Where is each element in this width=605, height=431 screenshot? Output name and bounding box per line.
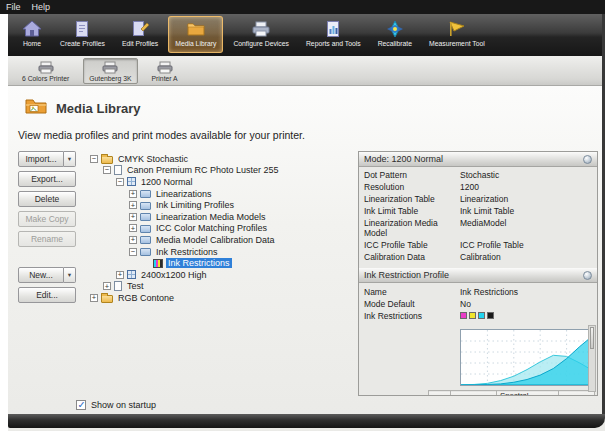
info-icon[interactable] [583, 155, 592, 164]
expand-expander-icon[interactable] [90, 294, 98, 302]
menu-file[interactable]: File [6, 2, 21, 12]
collapse-expander-icon[interactable] [129, 248, 137, 256]
toolbar-item-create-profiles[interactable]: Create Profiles [53, 16, 112, 53]
toolbar-item-edit-profiles[interactable]: Edit Profiles [115, 16, 165, 53]
tree-item-label: Ink Restrictions [154, 247, 220, 257]
configure-devices-icon [250, 19, 272, 39]
collapse-expander-icon[interactable] [90, 155, 98, 163]
button-group-spacer [18, 251, 76, 263]
main-toolbar: Home Create Profiles Edit Profiles Media… [8, 14, 605, 56]
rename-button[interactable]: Rename [18, 231, 76, 247]
expand-expander-icon[interactable] [129, 213, 137, 221]
ink-restriction-section: Name Ink Restrictions Mode Default No In… [359, 283, 597, 395]
ink-restriction-section-header: Ink Restriction Profile [359, 268, 597, 283]
toolbar-item-home[interactable]: Home [14, 16, 50, 53]
home-icon [21, 19, 43, 39]
collapse-expander-icon[interactable] [103, 166, 111, 174]
show-on-startup-checkbox[interactable] [76, 400, 86, 410]
group-icon [140, 213, 151, 221]
printer-tab-printer-a[interactable]: Printer A [146, 58, 184, 84]
tree-item-test[interactable]: Test [90, 281, 354, 293]
tree-item-canon-premium[interactable]: Canon Premium RC Photo Luster 255 [90, 165, 354, 177]
delete-button[interactable]: Delete [18, 191, 76, 207]
property-value: Linearization [460, 195, 592, 205]
menu-help[interactable]: Help [32, 2, 51, 12]
tree-item-2400x1200-high[interactable]: 2400x1200 High [90, 269, 354, 281]
toolbar-item-measurement-tool[interactable]: Measurement Tool [422, 16, 492, 53]
new-dropdown-arrow-icon[interactable]: ▼ [64, 267, 76, 283]
media-profile-icon [114, 281, 122, 291]
property-row: Linearization Media Model MediaModel [359, 218, 597, 240]
media-library-title-icon [24, 96, 48, 120]
ink-swatch [460, 312, 467, 319]
export-button[interactable]: Export... [18, 171, 76, 187]
tree-item-ink-restrictions-selected[interactable]: Ink Restrictions [90, 257, 354, 269]
edit-button[interactable]: Edit... [18, 287, 76, 303]
vertical-scrollbar[interactable] [588, 325, 596, 392]
info-icon[interactable] [583, 271, 592, 280]
toolbar-item-label: Home [23, 40, 41, 47]
details-panel: Mode: 1200 Normal Dot Pattern Stochastic… [358, 151, 598, 396]
toolbar-item-media-library[interactable]: Media Library [168, 16, 223, 53]
mode-section-header: Mode: 1200 Normal [359, 152, 597, 167]
printer-tab-6-colors[interactable]: 6 Colors Printer [16, 58, 75, 84]
media-library-page: Media Library View media profiles and pr… [8, 86, 605, 431]
startup-option-row: Show on startup [8, 396, 605, 414]
app-window: File Help Home Create Profiles Edit P [0, 0, 605, 431]
ink-swatch [478, 312, 485, 319]
window-bottom-frame [8, 414, 605, 428]
window-body: Home Create Profiles Edit Profiles Media… [8, 14, 605, 431]
expand-expander-icon[interactable] [129, 201, 137, 209]
tree-item-label: Test [125, 281, 146, 291]
property-row: Ink Limit Table Ink Limit Table [359, 206, 597, 218]
toolbar-item-label: Recalibrate [378, 40, 412, 47]
toolbar-item-label: Reports and Tools [306, 40, 361, 47]
tree-item-cmyk-stochastic[interactable]: CMYK Stochastic [90, 153, 354, 165]
show-on-startup-label: Show on startup [91, 400, 156, 410]
ink-swatch-row: Ink Restrictions [359, 310, 597, 322]
toolbar-item-label: Configure Devices [233, 40, 289, 47]
property-row: Dot Pattern Stochastic [359, 170, 597, 182]
scrollbar-thumb[interactable] [590, 327, 594, 349]
expand-expander-icon[interactable] [129, 190, 137, 198]
import-dropdown-arrow-icon[interactable]: ▼ [64, 151, 76, 167]
media-library-icon [185, 19, 207, 39]
tree-item-ink-restrictions-group[interactable]: Ink Restrictions [90, 246, 354, 258]
property-label: Linearization Media Model [364, 219, 460, 238]
folder-icon [101, 156, 113, 164]
tree-item-label: CMYK Stochastic [116, 154, 190, 164]
expand-expander-icon[interactable] [129, 236, 137, 244]
edit-profiles-icon [129, 19, 151, 39]
tree-item-linearization-media-models[interactable]: Linearization Media Models [90, 211, 354, 223]
printer-tab-gutenberg-3k[interactable]: Gutenberg 3K [83, 58, 137, 84]
property-value: Stochastic [460, 171, 592, 181]
expand-expander-icon[interactable] [103, 282, 111, 290]
toolbar-item-reports-tools[interactable]: Reports and Tools [299, 16, 368, 53]
import-button[interactable]: Import... [18, 151, 64, 167]
property-value: Ink Restrictions [460, 288, 592, 298]
group-icon [140, 248, 151, 256]
printer-icon [37, 61, 55, 75]
tree-item-linearizations[interactable]: Linearizations [90, 188, 354, 200]
property-row: Mode Default No [359, 298, 597, 310]
tree-item-ink-limiting-profiles[interactable]: Ink Limiting Profiles [90, 199, 354, 211]
new-button[interactable]: New... [18, 267, 64, 283]
tree-item-1200-normal[interactable]: 1200 Normal [90, 176, 354, 188]
toolbar-item-label: Create Profiles [60, 40, 105, 47]
collapse-expander-icon[interactable] [116, 178, 124, 186]
toolbar-item-configure-devices[interactable]: Configure Devices [226, 16, 296, 53]
expand-expander-icon[interactable] [116, 271, 124, 279]
property-row: Linearization Table Linearization [359, 194, 597, 206]
printer-icon [101, 61, 119, 75]
property-row: Resolution 1200 [359, 182, 597, 194]
group-icon [140, 236, 151, 244]
page-title: Media Library [56, 101, 141, 116]
reports-tools-icon [322, 19, 344, 39]
tree-item-icc-color-matching-profiles[interactable]: ICC Color Matching Profiles [90, 223, 354, 235]
expand-expander-icon[interactable] [129, 224, 137, 232]
toolbar-item-recalibrate[interactable]: Recalibrate [371, 16, 419, 53]
ink-properties: Name Ink Restrictions Mode Default No In… [359, 283, 597, 327]
tree-item-media-model-calibration-data[interactable]: Media Model Calibration Data [90, 234, 354, 246]
tree-item-rgb-contone[interactable]: RGB Contone [90, 292, 354, 304]
make-copy-button[interactable]: Make Copy [18, 211, 76, 227]
